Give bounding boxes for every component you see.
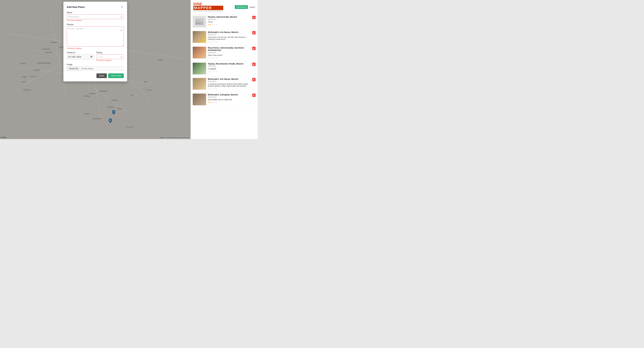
rating-col: Rating: ⚠ This field is required. <box>96 51 124 61</box>
review-text: a ambdsajs bjasbdasb dkabsd asbd kabdk a… <box>208 83 250 87</box>
name-input[interactable] <box>67 15 124 19</box>
visited-rating-row: Visited at: Rating: ⚠ This field is requ… <box>67 51 124 61</box>
star-5: ★ <box>216 101 218 104</box>
star-3: ★ <box>212 70 214 73</box>
modal-title: Add New Place <box>67 6 85 9</box>
review-date: 2024-06-07 <box>208 52 250 54</box>
rating-error-icon: ⚠ <box>120 55 122 58</box>
rating-input[interactable] <box>96 54 124 59</box>
review-item-4: Tepsija, Rosenheimer Straße, Munich 2024… <box>191 61 258 76</box>
star-3: ★ <box>212 101 214 104</box>
review-content: McDonald's, Am Harras, Munich 2024-06-07… <box>208 31 250 43</box>
review-item-3: Pizza Puoro, Schornstraße, Garmisch-Part… <box>191 45 258 61</box>
review-text: d gdggdfg <box>208 68 250 70</box>
star-4: ★ <box>214 57 216 59</box>
file-name-display: No file chosen <box>80 66 124 71</box>
star-2: ★ <box>210 24 212 26</box>
save-place-button[interactable]: Save Place <box>108 73 124 78</box>
sidebar-header: DINE MAPPER LOCATIONS OF THE BEST RESTAU… <box>191 0 258 14</box>
review-stars: ★★★★★ <box>208 24 250 26</box>
add-review-button[interactable]: Add Review <box>235 5 248 9</box>
image-upload-row: Choose file No file chosen <box>67 66 124 71</box>
review-content: Pizza Puoro, Schornstraße, Garmisch-Part… <box>208 47 250 59</box>
svg-text:MAPPER: MAPPER <box>196 23 200 24</box>
star-4: ★ <box>214 41 216 43</box>
reviews-list: DINE MAPPER Pizzarei, Sporerstraße, Muni… <box>191 14 258 139</box>
star-2: ★ <box>210 41 212 43</box>
review-stars: ★★★★★ <box>208 88 250 90</box>
star-2: ★ <box>210 88 212 90</box>
delete-review-button[interactable]: 🗑 <box>252 63 256 66</box>
review-item-5: McDonald's, Am Harras, Munich 2024-06-07… <box>191 76 258 92</box>
review-stars: ★★★★★ <box>208 101 250 104</box>
star-1: ★ <box>208 101 210 104</box>
review-date: 2024-06-07 <box>208 81 250 82</box>
visited-col: Visited at: <box>67 51 94 61</box>
review-item-6: McDonald's, Karlsplatz, Munich 2024-06-0… <box>191 92 258 107</box>
review-content: McDonald's, Karlsplatz, Munich 2024-06-0… <box>208 94 250 104</box>
brand-sub: LOCATIONS OF THE BEST RESTAURANTS <box>193 11 223 12</box>
star-1: ★ <box>208 24 210 26</box>
modal-overlay: Add New Place × Name: ⚠ This field is re… <box>0 0 190 139</box>
close-button[interactable]: Close <box>96 73 107 78</box>
delete-review-button[interactable]: 🗑 <box>252 47 256 50</box>
star-2: ★ <box>210 101 212 104</box>
star-3: ★ <box>212 57 214 59</box>
star-3: ★ <box>212 24 214 26</box>
review-text: bjcbhsdfjhbs jfbs fb sjdfbj fbdj <box>208 99 250 101</box>
review-item-2: McDonald's, Am Harras, Munich 2024-06-07… <box>191 29 258 45</box>
review-title: Tepsija, Rosenheimer Straße, Munich <box>208 63 250 65</box>
review-text: Great food, fast service, friendly staff… <box>208 36 250 40</box>
review-content: Pizzarei, Sporerstraße, Munich 2024-06-0… <box>208 16 250 26</box>
name-error-icon: ⚠ <box>120 16 122 18</box>
star-5: ★ <box>216 70 218 73</box>
visited-date-input[interactable] <box>67 54 94 59</box>
modal-header: Add New Place × <box>67 5 124 9</box>
review-textarea[interactable] <box>67 26 124 47</box>
delete-review-button[interactable]: 🗑 <box>252 78 256 81</box>
review-thumb-placeholder: DINE MAPPER <box>193 16 206 28</box>
review-title: Pizza Puoro, Schornstraße, Garmisch-Part… <box>208 47 250 51</box>
add-place-modal: Add New Place × Name: ⚠ This field is re… <box>64 2 127 81</box>
map-area[interactable]: Netherlands Belgium France Luxembourg Au… <box>0 0 190 139</box>
review-title: McDonald's, Am Harras, Munich <box>208 78 250 80</box>
star-1: ★ <box>208 41 210 43</box>
choose-file-button[interactable]: Choose file <box>67 66 80 71</box>
brand-dine: DINE <box>193 2 223 6</box>
delete-review-button[interactable]: 🗑 <box>252 94 256 97</box>
logout-button[interactable]: Logout <box>249 6 255 8</box>
review-field-group: Review: ⚠ This field is required. <box>67 23 124 49</box>
rating-input-wrapper: ⚠ <box>96 54 124 59</box>
delete-review-button[interactable]: 🗑 <box>252 16 256 19</box>
star-5: ★ <box>216 88 218 90</box>
review-item-1: DINE MAPPER Pizzarei, Sporerstraße, Muni… <box>191 14 258 29</box>
review-date: 2024-06-07 <box>208 96 250 98</box>
review-title: McDonald's, Karlsplatz, Munich <box>208 94 250 96</box>
review-content: McDonald's, Am Harras, Munich 2024-06-07… <box>208 78 250 90</box>
sidebar-nav: Add Review Logout <box>235 5 255 9</box>
review-label: Review: <box>67 23 124 26</box>
star-4: ★ <box>214 24 216 26</box>
visited-label: Visited at: <box>67 51 94 54</box>
review-stars: ★★★★★ <box>208 57 250 59</box>
review-stars: ★★★★★ <box>208 41 250 43</box>
rating-label: Rating: <box>96 51 124 54</box>
name-input-wrapper: ⚠ <box>67 15 124 19</box>
modal-close-button[interactable]: × <box>120 5 124 9</box>
review-thumb <box>193 31 206 43</box>
star-3: ★ <box>212 41 214 43</box>
review-content: Tepsija, Rosenheimer Straße, Munich 2024… <box>208 63 250 73</box>
star-5: ★ <box>216 24 218 26</box>
delete-review-button[interactable]: 🗑 <box>252 31 256 35</box>
review-thumb <box>193 78 206 90</box>
review-input-wrapper: ⚠ <box>67 26 124 47</box>
review-date: 2024-06-07 <box>208 34 250 36</box>
star-1: ★ <box>208 70 210 73</box>
sidebar: DINE MAPPER LOCATIONS OF THE BEST RESTAU… <box>190 0 258 139</box>
review-stars: ★★★★★ <box>208 70 250 73</box>
review-thumb <box>193 47 206 58</box>
rating-error-msg: This field is required. <box>96 59 124 61</box>
star-5: ★ <box>216 41 218 43</box>
review-text: Ha ha <box>208 21 250 23</box>
star-2: ★ <box>210 57 212 59</box>
